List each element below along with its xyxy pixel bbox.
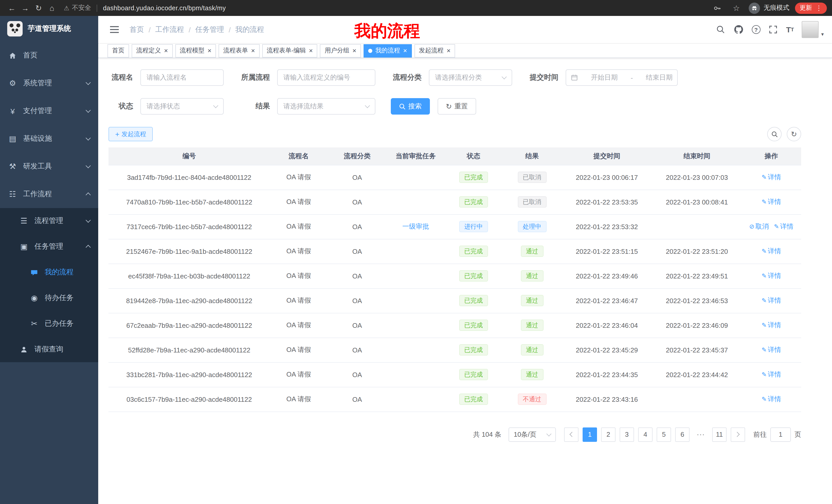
address-bar[interactable]: dashboard.yudao.iocoder.cn/bpm/task/my xyxy=(103,4,226,11)
chevron-up-icon xyxy=(86,244,90,249)
tab-process-form[interactable]: 流程表单 × xyxy=(218,44,259,57)
cell-result: 已取消 xyxy=(503,190,562,214)
page-button-6[interactable]: 6 xyxy=(675,427,690,442)
fullscreen-icon[interactable] xyxy=(768,24,778,35)
sidebar-item-infrastructure[interactable]: ▤ 基础设施 xyxy=(0,125,98,152)
page-button-1[interactable]: 1 xyxy=(582,427,597,442)
sidebar-item-todo-tasks[interactable]: ◉ 待办任务 xyxy=(0,285,98,311)
close-tab-icon[interactable]: × xyxy=(353,47,356,54)
edit-icon: ✎ xyxy=(761,272,767,279)
toggle-search-button[interactable] xyxy=(767,127,782,141)
table-row: 52ffd28e-7b9a-11ec-a290-acde48001122 OA … xyxy=(108,338,801,362)
close-tab-icon[interactable]: × xyxy=(447,47,450,54)
detail-link[interactable]: ✎详情 xyxy=(761,173,781,181)
sidebar-item-dev-tools[interactable]: ⚒ 研发工具 xyxy=(0,152,98,180)
detail-link[interactable]: ✎详情 xyxy=(774,222,794,230)
browser-back-icon[interactable]: ← xyxy=(5,2,19,14)
sidebar-item-done-tasks[interactable]: ✂ 已办任务 xyxy=(0,311,98,337)
detail-link[interactable]: ✎详情 xyxy=(761,395,781,403)
sidebar-item-workflow[interactable]: ☷ 工作流程 xyxy=(0,180,98,208)
close-tab-icon[interactable]: × xyxy=(164,47,168,54)
browser-refresh-icon[interactable]: ↻ xyxy=(32,2,45,14)
detail-link[interactable]: ✎详情 xyxy=(761,346,781,354)
page-button-11[interactable]: 11 xyxy=(712,427,727,442)
page-button-4[interactable]: 4 xyxy=(638,427,653,442)
status-select[interactable]: 请选择状态 xyxy=(140,98,224,115)
detail-link[interactable]: ✎详情 xyxy=(761,247,781,255)
user-avatar[interactable]: ▾ xyxy=(802,21,824,38)
cell-current-task xyxy=(387,387,445,412)
breadcrumb-item-home[interactable]: 首页 xyxy=(130,25,144,34)
cell-category: OA xyxy=(327,362,387,387)
breadcrumb-item-task-management[interactable]: 任务管理 xyxy=(196,25,224,34)
cancel-link[interactable]: ⊘取消 xyxy=(749,222,769,230)
detail-link[interactable]: ✎详情 xyxy=(761,321,781,329)
tab-my-process[interactable]: 我的流程 × xyxy=(364,44,412,57)
sidebar-item-home[interactable]: 首页 xyxy=(0,41,98,69)
create-process-button[interactable]: + 发起流程 xyxy=(108,127,153,141)
help-icon[interactable]: ? xyxy=(752,25,760,34)
font-size-icon[interactable]: TT xyxy=(786,24,794,35)
breadcrumb-separator: / xyxy=(229,25,231,34)
page-button-3[interactable]: 3 xyxy=(620,427,634,442)
close-tab-icon[interactable]: × xyxy=(309,47,313,54)
search-icon[interactable] xyxy=(716,24,726,35)
page-size-select[interactable]: 10条/页 xyxy=(509,427,556,442)
detail-link[interactable]: ✎详情 xyxy=(761,297,781,304)
update-button[interactable]: 更新 ⋮ xyxy=(795,2,827,13)
goto-label: 前往 xyxy=(753,430,767,439)
sidebar-item-payment-management[interactable]: ¥ 支付管理 xyxy=(0,97,98,125)
cell-result: 不通过 xyxy=(503,387,562,412)
sidebar-item-my-process[interactable]: 我的流程 xyxy=(0,259,98,285)
close-tab-icon[interactable]: × xyxy=(251,47,255,54)
close-tab-icon[interactable]: × xyxy=(403,47,407,54)
tab-home[interactable]: 首页 xyxy=(107,44,129,57)
category-select[interactable]: 请选择流程分类 xyxy=(429,69,512,86)
github-icon[interactable] xyxy=(733,24,744,35)
browser-forward-icon[interactable]: → xyxy=(19,2,32,14)
cell-result: 通过 xyxy=(503,362,562,387)
tab-process-form-edit[interactable]: 流程表单-编辑 × xyxy=(262,44,317,57)
tab-start-process[interactable]: 发起流程 × xyxy=(414,44,455,57)
tab-user-group[interactable]: 用户分组 × xyxy=(320,44,361,57)
edit-icon: ✎ xyxy=(761,396,767,403)
detail-link[interactable]: ✎详情 xyxy=(761,272,781,279)
detail-link[interactable]: ✎详情 xyxy=(761,198,781,205)
reset-button[interactable]: ↻ 重置 xyxy=(438,98,476,115)
column-header-result: 结果 xyxy=(503,147,562,165)
tab-process-definition[interactable]: 流程定义 × xyxy=(132,44,173,57)
app-logo[interactable]: 芋道管理系统 xyxy=(0,16,98,41)
sidebar-item-leave-query[interactable]: 请假查询 xyxy=(0,337,98,362)
close-tab-icon[interactable]: × xyxy=(207,47,211,54)
current-task-link[interactable]: 一级审批 xyxy=(402,222,429,230)
process-definition-input[interactable]: 请输入流程定义的编号 xyxy=(277,69,375,86)
browser-home-icon[interactable]: ⌂ xyxy=(45,2,59,14)
key-icon[interactable] xyxy=(711,2,724,14)
cell-end-time: 2022-01-23 00:07:03 xyxy=(652,165,742,190)
sidebar-item-process-management[interactable]: ☰ 流程管理 xyxy=(0,208,98,234)
submit-time-range-picker[interactable]: 开始日期 - 结束日期 xyxy=(566,69,678,86)
search-button[interactable]: 搜索 xyxy=(391,98,430,115)
page-button-5[interactable]: 5 xyxy=(657,427,671,442)
result-select[interactable]: 请选择流结果 xyxy=(277,98,375,115)
prev-page-button[interactable] xyxy=(564,427,578,442)
breadcrumb-item-workflow[interactable]: 工作流程 xyxy=(155,25,184,34)
sidebar-item-system-management[interactable]: ⚙ 系统管理 xyxy=(0,69,98,97)
page-button-2[interactable]: 2 xyxy=(601,427,616,442)
bookmark-star-icon[interactable]: ☆ xyxy=(730,2,743,14)
pagination: 共 104 条 10条/页 123456···11 前往 1 页 xyxy=(108,427,801,442)
process-name-input[interactable]: 请输入流程名 xyxy=(140,69,224,86)
next-page-button[interactable] xyxy=(731,427,745,442)
tab-process-model[interactable]: 流程模型 × xyxy=(175,44,216,57)
security-warning[interactable]: ⚠ 不安全 xyxy=(64,4,91,12)
goto-page-input[interactable]: 1 xyxy=(770,427,791,442)
process-name-label: 流程名 xyxy=(108,73,133,82)
sidebar-item-task-management[interactable]: ▣ 任务管理 xyxy=(0,234,98,259)
detail-link[interactable]: ✎详情 xyxy=(761,370,781,378)
browser-menu-icon[interactable]: ⋮ xyxy=(815,4,822,12)
cell-name: OA 请假 xyxy=(270,165,328,190)
refresh-table-button[interactable]: ↻ xyxy=(787,127,801,141)
more-pages-icon[interactable]: ··· xyxy=(694,427,708,442)
sidebar-toggle-icon[interactable] xyxy=(106,24,122,35)
cell-id: 7317cec6-7b9b-11ec-b5b7-acde48001122 xyxy=(108,214,270,239)
